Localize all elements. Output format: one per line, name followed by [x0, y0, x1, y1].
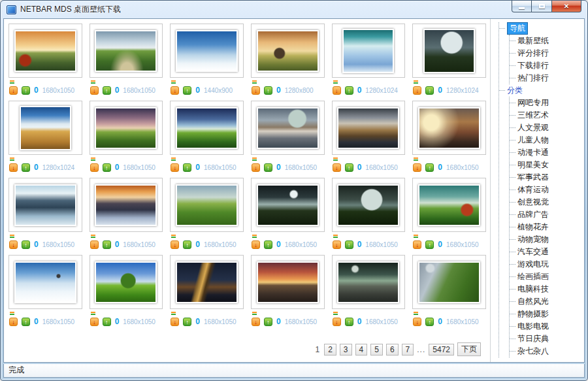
wallpaper-thumbnail[interactable] [8, 24, 82, 78]
upload-icon[interactable]: ↑ [345, 86, 353, 95]
wallpaper-thumbnail[interactable] [90, 178, 163, 232]
tree-item[interactable]: 电脑科技 [510, 283, 583, 295]
page-button[interactable]: 3 [340, 344, 352, 356]
upload-icon[interactable]: ↑ [103, 86, 111, 95]
wallpaper-thumbnail[interactable] [332, 101, 406, 155]
download-icon[interactable]: ↓ [413, 86, 421, 95]
page-button[interactable]: 4 [355, 344, 368, 356]
download-icon[interactable]: ↓ [9, 163, 18, 172]
upload-icon[interactable]: ↑ [103, 318, 111, 326]
tree-item[interactable]: 游戏电玩 [510, 258, 583, 271]
wallpaper-thumbnail[interactable] [90, 255, 163, 309]
page-last-button[interactable]: 5472 [429, 344, 454, 356]
download-icon[interactable]: ↓ [333, 240, 341, 249]
tree-item[interactable]: 网吧专用 [510, 97, 583, 109]
wallpaper-thumbnail[interactable] [8, 101, 82, 155]
upload-icon[interactable]: ↑ [345, 318, 353, 326]
upload-icon[interactable]: ↑ [183, 318, 191, 326]
page-button[interactable]: 7 [402, 344, 414, 356]
download-icon[interactable]: ↓ [9, 240, 18, 249]
download-icon[interactable]: ↓ [413, 318, 421, 326]
wallpaper-thumbnail[interactable] [170, 178, 244, 232]
tree-item[interactable]: 下载排行 [510, 59, 583, 72]
download-icon[interactable]: ↓ [171, 163, 179, 172]
tree-item[interactable]: 静物摄影 [510, 308, 583, 320]
wallpaper-thumbnail[interactable] [8, 255, 82, 309]
download-icon[interactable]: ↓ [90, 318, 99, 326]
wallpaper-thumbnail[interactable] [251, 101, 325, 155]
download-icon[interactable]: ↓ [413, 240, 421, 249]
close-button[interactable]: ✕ [552, 1, 581, 12]
tree-item[interactable]: 人文景观 [510, 122, 583, 134]
upload-icon[interactable]: ↑ [425, 86, 434, 95]
tree-item[interactable]: 动漫卡通 [510, 146, 583, 159]
upload-icon[interactable]: ↑ [264, 240, 272, 249]
download-icon[interactable]: ↓ [90, 86, 99, 95]
upload-icon[interactable]: ↑ [345, 163, 353, 172]
download-icon[interactable]: ↓ [90, 163, 99, 172]
upload-icon[interactable]: ↑ [425, 163, 434, 172]
tree-item[interactable]: 明星美女 [510, 159, 583, 171]
tree-item[interactable]: 汽车交通 [510, 246, 583, 258]
tree-item[interactable]: 节日庆典 [510, 333, 583, 345]
download-icon[interactable]: ↓ [252, 318, 260, 326]
upload-icon[interactable]: ↑ [22, 240, 30, 249]
download-icon[interactable]: ↓ [252, 240, 260, 249]
page-button[interactable]: 5 [370, 344, 383, 356]
tree-item[interactable]: 儿童人物 [510, 134, 583, 146]
tree-item[interactable]: 品牌广告 [510, 208, 583, 221]
upload-icon[interactable]: ↑ [183, 240, 191, 249]
wallpaper-thumbnail[interactable] [332, 178, 406, 232]
tree-item[interactable]: 最新壁纸 [510, 35, 583, 47]
upload-icon[interactable]: ↑ [183, 163, 191, 172]
tree-item[interactable]: 自然风光 [510, 295, 583, 308]
tree-item[interactable]: 评分排行 [510, 47, 583, 59]
tree-item[interactable]: 动物宠物 [510, 233, 583, 246]
download-icon[interactable]: ↓ [171, 86, 179, 95]
download-icon[interactable]: ↓ [90, 240, 99, 249]
tree-item[interactable]: 绘画插画 [510, 271, 583, 283]
upload-icon[interactable]: ↑ [264, 163, 272, 172]
wallpaper-thumbnail[interactable] [90, 24, 163, 78]
page-button[interactable]: 6 [386, 344, 399, 356]
upload-icon[interactable]: ↑ [264, 86, 272, 95]
tree-item[interactable]: 杂七杂八 [510, 345, 583, 357]
download-icon[interactable]: ↓ [252, 163, 260, 172]
wallpaper-thumbnail[interactable] [90, 101, 163, 155]
wallpaper-thumbnail[interactable] [412, 24, 486, 78]
upload-icon[interactable]: ↑ [345, 240, 353, 249]
wallpaper-thumbnail[interactable] [170, 24, 244, 78]
download-icon[interactable]: ↓ [9, 86, 18, 95]
upload-icon[interactable]: ↑ [22, 163, 30, 172]
next-page-button[interactable]: 下页 [457, 342, 481, 356]
wallpaper-thumbnail[interactable] [412, 101, 486, 155]
download-icon[interactable]: ↓ [171, 240, 179, 249]
upload-icon[interactable]: ↑ [103, 163, 111, 172]
upload-icon[interactable]: ↑ [183, 86, 191, 95]
wallpaper-thumbnail[interactable] [332, 24, 406, 78]
upload-icon[interactable]: ↑ [425, 240, 434, 249]
tree-item[interactable]: 电影电视 [510, 320, 583, 333]
wallpaper-thumbnail[interactable] [412, 178, 486, 232]
wallpaper-thumbnail[interactable] [412, 255, 486, 309]
upload-icon[interactable]: ↑ [425, 318, 434, 326]
tree-item[interactable]: 创意视觉 [510, 196, 583, 208]
minimize-button[interactable] [512, 1, 532, 12]
upload-icon[interactable]: ↑ [22, 86, 30, 95]
page-button[interactable]: 2 [324, 344, 336, 356]
download-icon[interactable]: ↓ [9, 318, 18, 326]
download-icon[interactable]: ↓ [333, 163, 341, 172]
maximize-button[interactable] [532, 1, 552, 12]
wallpaper-thumbnail[interactable] [332, 255, 406, 309]
download-icon[interactable]: ↓ [333, 318, 341, 326]
download-icon[interactable]: ↓ [413, 163, 421, 172]
tree-item[interactable]: 三维艺术 [510, 109, 583, 122]
wallpaper-thumbnail[interactable] [170, 255, 244, 309]
tree-item[interactable]: 体育运动 [510, 184, 583, 196]
wallpaper-thumbnail[interactable] [8, 178, 82, 232]
wallpaper-thumbnail[interactable] [251, 178, 325, 232]
tree-section-label[interactable]: 导航 [507, 22, 528, 35]
tree-section-label[interactable]: 分类 [507, 85, 523, 96]
upload-icon[interactable]: ↑ [103, 240, 111, 249]
wallpaper-thumbnail[interactable] [251, 24, 325, 78]
